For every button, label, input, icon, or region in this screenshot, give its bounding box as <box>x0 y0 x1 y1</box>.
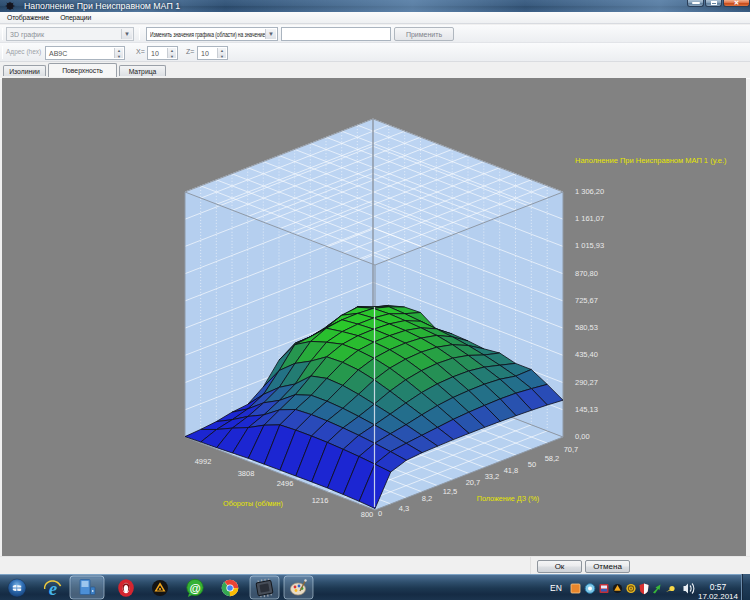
svg-text:0:57: 0:57 <box>710 582 727 592</box>
svg-text:145,13: 145,13 <box>575 405 598 414</box>
svg-text:50: 50 <box>528 460 536 469</box>
svg-text:33,2: 33,2 <box>485 472 500 481</box>
svg-text:0,00: 0,00 <box>575 432 590 441</box>
svg-text:2496: 2496 <box>277 479 294 488</box>
svg-text:12,5: 12,5 <box>443 487 458 496</box>
svg-text:1 306,20: 1 306,20 <box>575 187 604 196</box>
svg-text:580,53: 580,53 <box>575 323 598 332</box>
svg-text:1 161,07: 1 161,07 <box>575 214 604 223</box>
svg-text:1216: 1216 <box>312 496 329 505</box>
svg-text:17.02.2014: 17.02.2014 <box>698 592 739 600</box>
svg-text:41,8: 41,8 <box>504 466 519 475</box>
svg-text:1 015,93: 1 015,93 <box>575 241 604 250</box>
svg-text:Положение ДЗ (%): Положение ДЗ (%) <box>477 494 539 503</box>
svg-text:Обороты (об/мин): Обороты (об/мин) <box>223 499 283 508</box>
svg-text:EN: EN <box>550 583 562 593</box>
svg-text:870,80: 870,80 <box>575 269 598 278</box>
svg-text:20,7: 20,7 <box>466 478 481 487</box>
svg-text:8,2: 8,2 <box>422 494 432 503</box>
svg-text:435,40: 435,40 <box>575 350 598 359</box>
svg-text:Наполнение При Неисправном МАП: Наполнение При Неисправном МАП 1 (у.е.) <box>575 156 727 165</box>
svg-text:4992: 4992 <box>195 457 212 466</box>
svg-text:58,2: 58,2 <box>545 454 560 463</box>
svg-text:@: @ <box>189 582 200 594</box>
svg-text:290,27: 290,27 <box>575 378 598 387</box>
svg-text:725,67: 725,67 <box>575 296 598 305</box>
svg-text:4,3: 4,3 <box>399 504 409 513</box>
svg-text:3808: 3808 <box>238 469 255 478</box>
svg-text:70,7: 70,7 <box>564 445 579 454</box>
svg-text:800: 800 <box>361 510 374 519</box>
svg-text:0: 0 <box>378 509 382 518</box>
